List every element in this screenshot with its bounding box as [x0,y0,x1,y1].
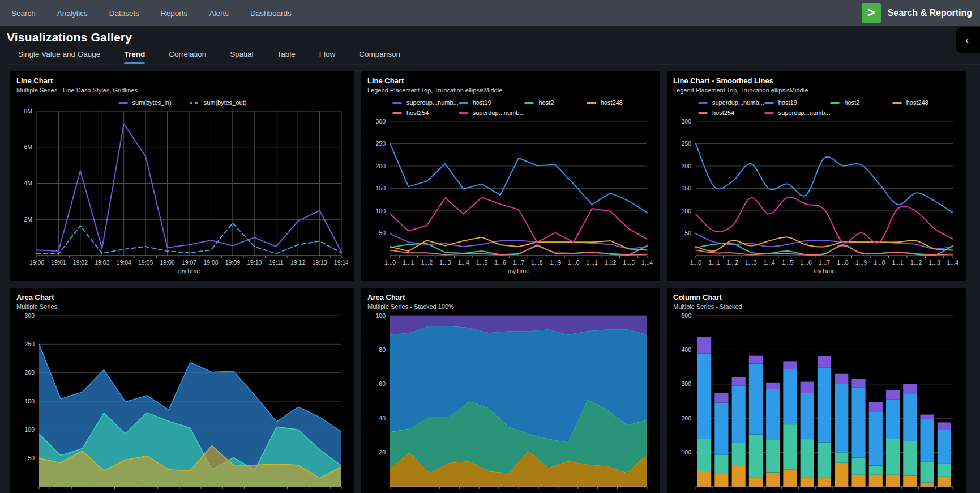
legend-label: superdup...numb... [712,99,764,106]
svg-text:1...4: 1...4 [947,259,959,266]
svg-text:1...9: 1...9 [550,259,562,266]
svg-text:1...2: 1...2 [605,259,617,266]
svg-text:8M: 8M [24,108,32,114]
legend-label: host254 [712,109,734,116]
legend-dashed-line-icon [190,102,199,104]
legend-item[interactable]: superdup...numb... [459,109,525,116]
svg-text:19:02: 19:02 [73,259,88,266]
svg-text:100: 100 [681,207,691,214]
chart-panel-1: Line ChartMultiple Series - Line Dash St… [10,71,354,281]
panel-subtitle: Legend Placement Top, Truncation ellipsi… [367,87,654,94]
svg-text:1...9: 1...9 [855,259,867,266]
svg-text:300: 300 [375,118,386,125]
legend-item[interactable]: host19 [764,99,831,106]
tab-trend[interactable]: Trend [124,50,145,58]
legend-line-icon [698,112,708,114]
panel-subtitle: Multiple Series - Stacked [673,303,960,311]
panel-subtitle: Multiple Series - Stacked 100% [367,303,654,311]
panel-title: Line Chart [16,76,348,85]
tab-spatial[interactable]: Spatial [230,50,253,58]
svg-text:1...3: 1...3 [439,259,451,266]
column-chart: 500400300200100 [673,311,960,492]
svg-text:19:03: 19:03 [95,259,109,266]
svg-text:250: 250 [681,140,691,147]
app-name: Search & Reporting [888,8,972,18]
nav-item-datasets[interactable]: Datasets [109,9,139,18]
legend-label: host19 [778,99,797,106]
area-chart: 30025020015010050 [16,311,348,492]
svg-text:300: 300 [681,118,691,125]
nav-item-analytics[interactable]: Analytics [57,9,88,18]
panel-title: Area Chart [16,293,348,301]
tab-flow[interactable]: Flow [319,50,336,58]
legend-item[interactable]: host248 [587,99,648,106]
svg-text:1...5: 1...5 [782,259,794,266]
svg-text:1...3: 1...3 [928,259,940,266]
svg-text:1...1: 1...1 [892,259,904,266]
svg-text:150: 150 [681,185,691,192]
legend-item[interactable]: sum(bytes_in) [118,99,172,106]
svg-text:200: 200 [24,369,35,376]
legend-item[interactable]: superdup...numb... [698,99,764,106]
legend-item[interactable]: host254 [698,109,764,116]
tab-single-value-and-gauge[interactable]: Single Value and Gauge [18,50,100,58]
panel-subtitle: Multiple Series - Line Dash Styles, Grid… [16,87,348,94]
collapse-panel-button[interactable]: ‹ [956,27,980,53]
svg-text:19:11: 19:11 [269,259,284,266]
legend-item[interactable]: host254 [392,109,459,116]
svg-text:1...0: 1...0 [690,259,702,266]
svg-text:1...5: 1...5 [476,259,488,266]
svg-text:19:08: 19:08 [203,259,218,266]
legend-label: sum(bytes_in) [132,99,172,106]
svg-text:50: 50 [28,454,35,461]
legend-line-icon [587,102,596,104]
svg-text:19:12: 19:12 [290,259,305,266]
chart-panel-3: Line Chart - Smoothed LinesLegend Placem… [667,71,966,281]
tab-correlation[interactable]: Correlation [169,50,206,58]
legend-label: sum(bytes_out) [204,99,247,106]
svg-text:250: 250 [375,140,386,147]
nav-item-reports[interactable]: Reports [161,9,187,18]
legend-item[interactable]: host248 [892,99,954,106]
svg-text:1...6: 1...6 [800,259,812,266]
svg-text:1...1: 1...1 [403,259,414,266]
legend-item[interactable]: host2 [830,99,892,106]
app-link[interactable]: > Search & Reporting [862,3,972,23]
legend-line-icon [764,112,774,114]
legend-line-icon [698,102,708,104]
svg-text:1...4: 1...4 [763,259,775,266]
svg-text:19:00: 19:00 [29,259,44,266]
svg-text:50: 50 [379,230,386,236]
panel-title: Line Chart [367,76,654,85]
svg-text:2M: 2M [24,216,32,223]
chart-legend: sum(bytes_in)sum(bytes_out) [16,99,348,106]
tab-bar: Single Value and GaugeTrendCorrelationSp… [7,50,980,65]
legend-item[interactable]: superdup...numb... [392,99,459,106]
tab-table[interactable]: Table [277,50,295,58]
legend-item[interactable]: sum(bytes_out) [190,99,247,106]
svg-text:19:01: 19:01 [51,259,66,266]
nav-item-dashboards[interactable]: Dashboards [250,9,292,18]
legend-line-icon [392,112,402,114]
svg-text:19:07: 19:07 [182,259,196,266]
panels-grid: Line ChartMultiple Series - Line Dash St… [10,71,980,493]
svg-text:19:10: 19:10 [247,259,262,266]
area-chart: 10080604020 [367,311,654,492]
legend-item[interactable]: host19 [459,99,525,106]
svg-text:19:13: 19:13 [312,259,327,266]
nav-item-search[interactable]: Search [11,9,36,18]
legend-label: host2 [844,99,859,106]
legend-item[interactable]: superdup...numb... [764,109,831,116]
svg-text:6M: 6M [24,143,32,150]
nav-item-alerts[interactable]: Alerts [209,9,229,18]
svg-text:1...7: 1...7 [513,259,525,266]
legend-item[interactable]: host2 [524,99,586,106]
svg-text:1...2: 1...2 [910,259,922,266]
svg-text:19:14: 19:14 [334,259,348,266]
svg-text:300: 300 [24,312,35,319]
tab-comparison[interactable]: Comparison [359,50,400,58]
legend-line-icon [392,102,402,104]
svg-text:19:04: 19:04 [117,259,131,266]
legend-line-icon [524,102,534,104]
svg-text:100: 100 [24,426,35,433]
